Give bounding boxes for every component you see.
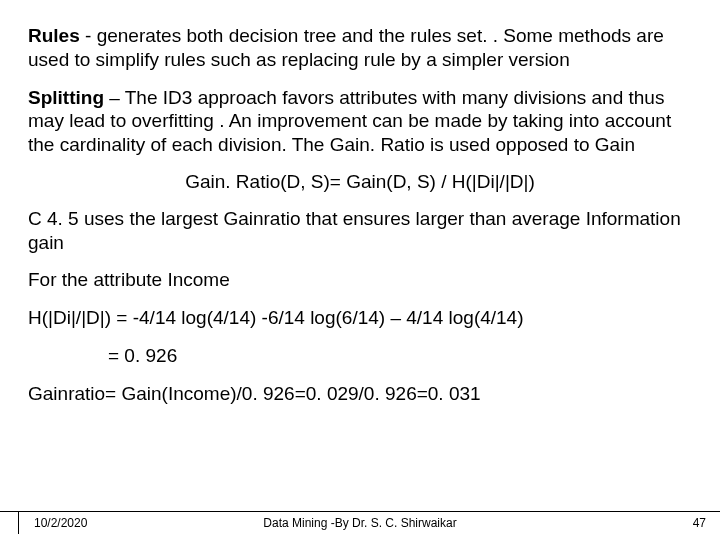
paragraph-rules: Rules - generates both decision tree and… [28,24,692,72]
gain-ratio-formula: Gain. Ratio(D, S)= Gain(D, S) / H(|Di|/|… [28,171,692,193]
rules-heading: Rules [28,25,80,46]
footer-page-number: 47 [693,516,706,530]
paragraph-splitting: Splitting – The ID3 approach favors attr… [28,86,692,157]
slide: Rules - generates both decision tree and… [0,0,720,540]
entropy-computation: H(|Di|/|D|) = -4/14 log(4/14) -6/14 log(… [28,306,692,330]
paragraph-income-attr: For the attribute Income [28,268,692,292]
footer-title: Data Mining -By Dr. S. C. Shirwaikar [0,516,720,530]
rules-text: - generates both decision tree and the r… [28,25,664,70]
entropy-result: = 0. 926 [28,344,692,368]
splitting-text: – The ID3 approach favors attributes wit… [28,87,671,156]
gainratio-result: Gainratio= Gain(Income)/0. 926=0. 029/0.… [28,382,692,406]
slide-footer: 10/2/2020 Data Mining -By Dr. S. C. Shir… [0,511,720,534]
splitting-heading: Splitting [28,87,104,108]
paragraph-c45: C 4. 5 uses the largest Gainratio that e… [28,207,692,255]
